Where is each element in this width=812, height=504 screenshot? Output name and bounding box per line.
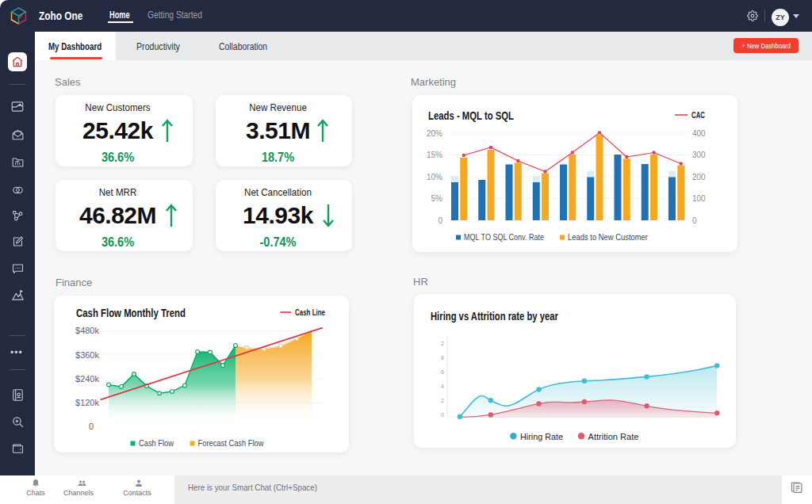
svg-text:$240k: $240k [75,374,99,384]
svg-text:6: 6 [441,369,444,375]
svg-text:MQL TO SQL Conv. Rate: MQL TO SQL Conv. Rate [464,232,544,242]
svg-text:0: 0 [692,216,697,225]
svg-text:$480k: $480k [75,326,99,335]
svg-text:5%: 5% [431,194,443,203]
svg-text:Cash Flow: Cash Flow [139,438,174,448]
svg-text:300: 300 [692,151,706,159]
svg-text:4: 4 [441,384,444,389]
svg-text:0: 0 [438,216,442,225]
svg-text:0: 0 [441,412,444,418]
svg-text:8: 8 [441,355,444,361]
svg-text:400: 400 [692,129,706,138]
svg-text:20%: 20% [427,129,442,138]
svg-text:Forecast Cash Flow: Forecast Cash Flow [198,438,264,448]
svg-text:2: 2 [441,341,444,346]
svg-text:0: 0 [89,422,94,431]
svg-text:$120k: $120k [75,398,99,407]
svg-text:2: 2 [441,398,444,403]
svg-text:200: 200 [692,173,706,181]
svg-text:Hiring Rate: Hiring Rate [520,432,563,441]
svg-text:Attrition Rate: Attrition Rate [588,432,639,441]
svg-text:Leads to New Customer: Leads to New Customer [568,232,648,242]
svg-text:$360k: $360k [75,350,99,360]
svg-text:CAC: CAC [691,110,705,120]
svg-text:Cash Line: Cash Line [295,307,325,317]
svg-text:10%: 10% [427,173,442,181]
svg-text:100: 100 [692,194,706,203]
svg-text:15%: 15% [427,151,442,159]
